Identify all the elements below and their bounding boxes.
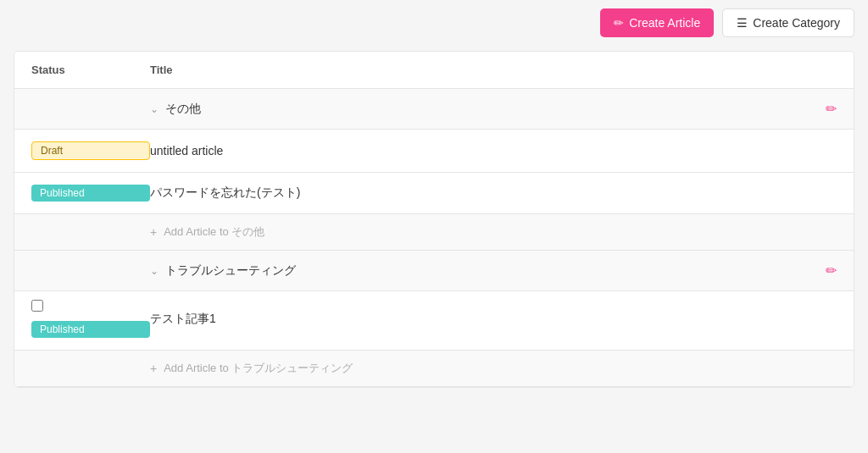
page-wrapper: ✏ Create Article ☰ Create Category Statu… (0, 0, 868, 396)
table-row: Draft untitled article (14, 130, 854, 173)
article-title: パスワードを忘れた(テスト) (150, 185, 837, 201)
category-title-troubleshoot: ⌄ トラブルシューティング (150, 263, 803, 279)
category-title-sonota: ⌄ その他 (150, 102, 803, 117)
add-article-row: + Add Article to その他 (14, 214, 854, 251)
article-title: テスト記事1 (150, 312, 837, 327)
add-article-label: Add Article to その他 (164, 224, 264, 240)
add-article-link-sonota[interactable]: + Add Article to その他 (150, 224, 837, 240)
table-row: Published テスト記事1 (14, 291, 854, 351)
table-header: Status Title (14, 52, 854, 89)
col-title: Title (150, 64, 837, 76)
status-badge: Published (31, 321, 150, 338)
plus-icon: + (150, 362, 157, 375)
articles-table: Status Title ⌄ その他 ✏ Draft untitled arti… (14, 51, 854, 388)
create-article-button[interactable]: ✏ Create Article (600, 8, 714, 37)
chevron-icon[interactable]: ⌄ (150, 265, 159, 277)
create-category-button[interactable]: ☰ Create Category (722, 8, 854, 37)
table-row: Published パスワードを忘れた(テスト) (14, 173, 854, 214)
article-checkbox[interactable] (31, 300, 43, 312)
add-article-link-troubleshoot[interactable]: + Add Article to トラブルシューティング (150, 361, 837, 376)
status-badge: Published (31, 185, 150, 202)
status-col: Published (31, 185, 150, 202)
status-col: Draft (31, 141, 150, 160)
status-col: Published (31, 300, 150, 338)
edit-category-icon-sonota[interactable]: ✏ (803, 101, 837, 117)
create-category-label: Create Category (753, 16, 840, 30)
create-article-icon: ✏ (614, 16, 624, 30)
article-title: untitled article (150, 144, 837, 157)
category-row: ⌄ その他 ✏ (14, 89, 854, 130)
create-category-icon: ☰ (737, 16, 748, 30)
col-status: Status (31, 64, 150, 76)
status-badge: Draft (31, 141, 150, 160)
add-article-row: + Add Article to トラブルシューティング (14, 351, 854, 387)
checkbox-area (31, 300, 150, 314)
plus-icon: + (150, 225, 157, 239)
chevron-icon[interactable]: ⌄ (150, 103, 159, 115)
toolbar: ✏ Create Article ☰ Create Category (14, 8, 854, 37)
edit-category-icon-troubleshoot[interactable]: ✏ (803, 262, 837, 279)
create-article-label: Create Article (629, 16, 700, 30)
add-article-label: Add Article to トラブルシューティング (164, 361, 353, 376)
category-row: ⌄ トラブルシューティング ✏ (14, 251, 854, 291)
